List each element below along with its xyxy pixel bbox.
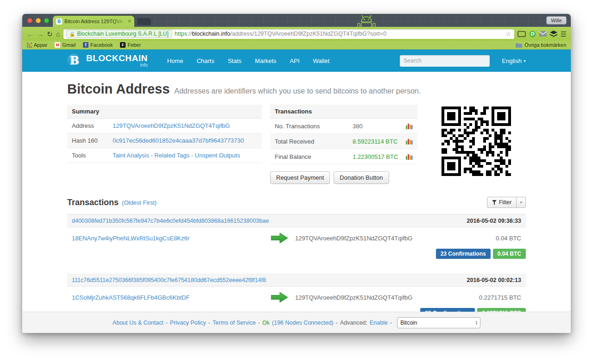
summary-table: Summary Address 129TQVAroeehD9fZpzK51NdZ… (67, 105, 262, 184)
chart-icon[interactable] (405, 122, 413, 130)
other-bookmarks-folder[interactable]: Övriga bokmärken (516, 42, 566, 48)
bookmark-label: Appar (34, 42, 47, 48)
footer-separator: - (336, 320, 338, 326)
hash160-label: Hash 160 (72, 137, 113, 144)
transactions-heading: Transactions (67, 198, 119, 207)
bookmark-gmail[interactable]: M Gmail (55, 42, 76, 48)
browser-tab[interactable]: B Bitcoin Address 129TQVA × (53, 16, 134, 27)
privacy-policy-link[interactable]: Privacy Policy (170, 320, 206, 326)
tab-favicon-icon: B (56, 19, 62, 25)
transaction-item: 111c76d5511e2750366f385f095400c7fe675418… (67, 274, 526, 312)
sort-oldest-first-link[interactable]: (Oldest First) (122, 199, 157, 206)
confirmations-badge[interactable]: 23 Confirmations (436, 249, 491, 259)
request-payment-button[interactable]: Request Payment (270, 171, 330, 184)
chart-icon[interactable] (405, 153, 413, 160)
total-received-label: Total Received (275, 138, 353, 145)
blockchain-logo-icon: B (67, 53, 82, 68)
filter-label: Filter (499, 199, 512, 206)
reload-icon[interactable]: ↻ (47, 31, 53, 38)
network-status-ok: Ok (262, 320, 270, 326)
address-link[interactable]: 129TQVAroeehD9fZpzK51NdZGQT4TqifbG (113, 122, 230, 129)
transaction-hash-bar: d400308fed71b350fc567fe947c7b4e6c0efd454… (67, 214, 526, 227)
tab-close-icon[interactable]: × (128, 19, 131, 24)
nav-api[interactable]: API (290, 57, 300, 64)
search-input[interactable] (400, 55, 490, 67)
window-controls (27, 18, 49, 23)
confirmations-badge[interactable]: 85 Confirmations (420, 308, 475, 312)
bookmark-label: Feber (127, 42, 141, 48)
nav-home[interactable]: Home (167, 57, 183, 64)
logo-title: BLOCKCHAIN (86, 54, 148, 63)
back-icon[interactable]: ← (26, 31, 33, 38)
taint-analysis-link[interactable]: Taint Analysis (113, 152, 149, 159)
bookmark-feber[interactable]: F Feber (120, 42, 141, 48)
language-dropdown[interactable]: English ▾ (502, 57, 526, 64)
mail-extension-icon[interactable] (539, 31, 547, 37)
nav-markets[interactable]: Markets (255, 57, 276, 64)
gmail-icon: M (55, 42, 60, 48)
bookmark-star-icon[interactable]: ☆ (505, 30, 511, 38)
unspent-outputs-link[interactable]: Unspent Outputs (195, 152, 240, 159)
bookmarks-bar: Appar M Gmail f Facebook F Feber Övriga … (22, 41, 571, 50)
filter-button-group: Filter ▾ (487, 197, 526, 208)
input-address-link[interactable]: 18ENAny7w4iyPheNLWxRtSu1kgCsE8Kz6r (72, 235, 271, 242)
ssl-certificate-chip[interactable]: 🔒 Blockchain Luxembourg S.A.R.L [LU] (66, 30, 172, 38)
minimize-window-button[interactable] (36, 18, 41, 23)
chart-icon[interactable] (405, 138, 413, 145)
address-bar[interactable]: 🔒 Blockchain Luxembourg S.A.R.L [LU] htt… (63, 29, 514, 39)
footer-separator: - (208, 320, 210, 326)
about-contact-link[interactable]: About Us & Contact (113, 320, 164, 326)
donation-button[interactable]: Donation Button (334, 171, 389, 184)
layers-extension-icon[interactable] (550, 31, 557, 38)
menu-icon[interactable]: ☰ (561, 31, 567, 38)
ssl-org-label: Blockchain Luxembourg S.A.R.L [LU] (77, 31, 169, 37)
table-row: Hash 160 0c917ec56ded601852e4caaa37d7bf9… (67, 133, 262, 148)
home-icon[interactable]: ⌂ (56, 31, 60, 38)
page-title: Bitcoin Address (67, 82, 170, 97)
nodes-connected-link[interactable]: (196 Nodes Connected) (272, 320, 334, 326)
filter-button[interactable]: Filter (487, 197, 517, 208)
chevron-down-icon: ▾ (524, 58, 526, 63)
forward-icon[interactable]: → (37, 31, 44, 38)
transaction-detail-row: 18ENAny7w4iyPheNLWxRtSu1kgCsE8Kz6r 129TQ… (67, 227, 526, 243)
url-path: /address/129TQVAroeehD9fZpzK51NdZGQT4Tqi… (230, 31, 386, 37)
site-nav: Home Charts Stats Markets API Wallet (167, 57, 329, 64)
tools-separator: - (191, 152, 193, 159)
tab-strip: B Bitcoin Address 129TQVA × Wille (22, 14, 571, 27)
footer-separator: - (258, 320, 260, 326)
close-window-button[interactable] (27, 18, 32, 23)
blockchain-logo[interactable]: B BLOCKCHAIN info (67, 53, 148, 68)
transaction-hash-link[interactable]: 111c76d5511e2750366f385f095400c7fe675418… (72, 277, 266, 283)
bookmark-apps[interactable]: Appar (27, 42, 47, 48)
nav-wallet[interactable]: Wallet (313, 57, 330, 64)
nav-charts[interactable]: Charts (196, 57, 214, 64)
arrow-right-icon (271, 292, 288, 302)
input-address-link[interactable]: 1CSoMjrZuhkAST568qk6FLFb4GBc6KbtDF (72, 294, 271, 301)
address-label: Address (72, 122, 113, 129)
terms-of-service-link[interactable]: Terms of Service (213, 320, 256, 326)
transaction-badges: 85 Confirmations 0.2271715 BTC (67, 308, 526, 312)
amount-badge[interactable]: 0.2271715 BTC (477, 308, 526, 312)
transaction-date: 2016-05-02 00:02:13 (467, 277, 521, 283)
site-footer: About Us & Contact - Privacy Policy - Te… (22, 312, 571, 333)
pushbullet-extension-icon[interactable] (529, 31, 536, 38)
bookmark-facebook[interactable]: f Facebook (83, 42, 113, 48)
new-tab-button[interactable] (137, 18, 151, 25)
transaction-amount: 0.2271715 BTC (479, 294, 521, 301)
transaction-hash-link[interactable]: d400308fed71b350fc567fe947c7b4e6c0efd454… (72, 218, 269, 224)
profile-button[interactable]: Wille (546, 16, 567, 25)
filter-caret-button[interactable]: ▾ (517, 197, 526, 208)
advanced-enable-link[interactable]: Enable (370, 320, 388, 326)
footer-separator: - (390, 320, 392, 326)
cast-icon[interactable] (517, 31, 526, 37)
facebook-icon: f (83, 42, 88, 48)
folder-icon (516, 43, 522, 48)
related-tags-link[interactable]: Related Tags (154, 152, 189, 159)
amount-badge[interactable]: 0.04 BTC (493, 249, 526, 259)
transaction-amount: 0.04 BTC (496, 235, 521, 242)
nav-stats[interactable]: Stats (228, 57, 242, 64)
table-row: Total Received 8.59223114 BTC (270, 134, 417, 149)
currency-select[interactable]: Bitcoin ▴▾ (397, 317, 480, 328)
hash160-link[interactable]: 0c917ec56ded601852e4caaa37d7bf9643773730 (113, 137, 244, 144)
zoom-window-button[interactable] (44, 18, 49, 23)
